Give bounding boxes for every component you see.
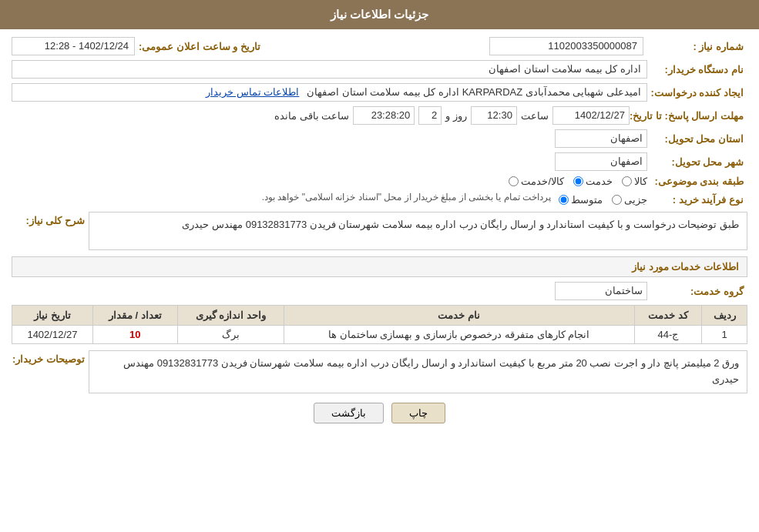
btn-back[interactable]: بازگشت (314, 403, 384, 423)
row-faravanad: نوع فرآیند خرید : جزیی متوسط پرداخت تمام… (12, 192, 747, 207)
radio-khedmat-input[interactable] (573, 176, 583, 186)
ostan-label: استان محل تحویل: (647, 133, 747, 145)
khadamat-section-title: اطلاعات خدمات مورد نیاز (12, 256, 747, 277)
row-shahr: شهر محل تحویل: اصفهان (12, 152, 747, 171)
radio-jozi-input[interactable] (612, 195, 622, 205)
cell-tarikh: 1402/12/27 (12, 326, 93, 344)
table-row: 1ج-44انجام کارهای متفرقه درخصوص بازسازی … (12, 326, 747, 344)
row-ostan: استان محل تحویل: اصفهان (12, 129, 747, 148)
radio-motavasset-label: متوسط (571, 194, 603, 206)
dastgah-label: نام دستگاه خریدار: (647, 64, 747, 75)
col-tarikh: تاریخ نیاز (12, 306, 93, 326)
radio-khedmat-label: خدمت (586, 176, 613, 187)
ijad-label: ایجاد کننده درخواست: (647, 87, 747, 99)
row-tabaqe: طبقه بندی موضوعی: کالا خدمت کالا/خدمت (12, 176, 747, 187)
tarikh-elan-group: تاریخ و ساعت اعلان عمومی: 1402/12/24 - 1… (12, 37, 264, 55)
tosihiyat-section: ورق 2 میلیمتر پانچ دار و اجرت نصب 20 متر… (12, 350, 747, 393)
shahr-label: شهر محل تحویل: (647, 156, 747, 168)
faravanad-note: پرداخت تمام یا بخشی از مبلغ خریدار از مح… (262, 192, 551, 202)
tabaqe-label: طبقه بندی موضوعی: (647, 176, 747, 187)
col-tedad: تعداد / مقدار (92, 306, 177, 326)
radio-jozi-label: جزیی (624, 194, 647, 206)
tabaqe-radios: کالا خدمت کالا/خدمت (509, 176, 647, 187)
radio-kala[interactable]: کالا (622, 176, 647, 187)
page-title: جزئیات اطلاعات نیاز (331, 8, 428, 21)
col-radif: ردیف (702, 306, 747, 326)
time-label: ساعت (521, 110, 549, 122)
tarikh-elan-label: تاریخ و ساعت اعلان عمومی: (139, 41, 264, 52)
group-value: ساختمان (555, 282, 647, 300)
mohlat-days: 2 (418, 106, 442, 125)
mohlat-label: مهلت ارسال پاسخ: تا تاریخ: (630, 110, 747, 122)
dastgah-value: اداره کل بیمه سلامت استان اصفهان (12, 60, 647, 79)
cell-tedad: 10 (92, 326, 177, 344)
sharh-label: شرح کلی نیاز: (12, 212, 89, 226)
mohlat-date: 1402/12/27 (552, 106, 630, 125)
col-name: نام خدمت (284, 306, 634, 326)
shmare-group: شماره نیاز : 1102003350000087 (489, 37, 747, 55)
shmare-niaz-label: شماره نیاز : (647, 41, 747, 52)
row-mohlat: مهلت ارسال پاسخ: تا تاریخ: 1402/12/27 سا… (12, 106, 747, 125)
col-vahed: واحد اندازه گیری (177, 306, 284, 326)
tarikh-elan-value: 1402/12/24 - 12:28 (12, 37, 135, 55)
row-dastgah: نام دستگاه خریدار: اداره کل بیمه سلامت ا… (12, 60, 747, 79)
col-kod: کد خدمت (634, 306, 702, 326)
btn-print[interactable]: چاپ (391, 403, 445, 423)
page-header: جزئیات اطلاعات نیاز (0, 0, 759, 29)
tosihiyat-label: توصیحات خریدار: (12, 350, 89, 365)
row-ijad: ایجاد کننده درخواست: امیدعلی شهبایی محمد… (12, 83, 747, 102)
faravanad-group: جزیی متوسط پرداخت تمام یا بخشی از مبلغ خ… (12, 192, 647, 207)
ijad-text: امیدعلی شهبایی محمدآبادی KARPARDAZ اداره… (307, 86, 641, 98)
remaining-label: ساعت باقی مانده (274, 110, 349, 122)
radio-kala-input[interactable] (622, 176, 632, 186)
radio-motavasset[interactable]: متوسط (559, 194, 603, 206)
tosihiyat-value: ورق 2 میلیمتر پانچ دار و اجرت نصب 20 متر… (89, 350, 747, 393)
services-table: ردیف کد خدمت نام خدمت واحد اندازه گیری ت… (12, 305, 747, 344)
mohlat-fields: 1402/12/27 ساعت 12:30 روز و 2 23:28:20 س… (274, 106, 630, 125)
faravanad-radios: جزیی متوسط (559, 194, 647, 206)
cell-vahed: برگ (177, 326, 284, 344)
row-group: گروه خدمت: ساختمان (12, 282, 747, 300)
page-container: جزئیات اطلاعات نیاز شماره نیاز : 1102003… (0, 0, 759, 532)
sharh-section: طبق توضیحات درخواست و با کیفیت استاندارد… (12, 212, 747, 250)
ijad-value: امیدعلی شهبایی محمدآبادی KARPARDAZ اداره… (12, 83, 647, 102)
ijad-link[interactable]: اطلاعات تماس خریدار (206, 86, 299, 98)
day-label: روز و (445, 110, 467, 122)
shahr-value: اصفهان (555, 152, 647, 171)
ostan-value: اصفهان (555, 129, 647, 148)
radio-kala-khedmat-label: کالا/خدمت (521, 176, 564, 187)
radio-motavasset-input[interactable] (559, 195, 569, 205)
table-header-row: ردیف کد خدمت نام خدمت واحد اندازه گیری ت… (12, 306, 747, 326)
mohlat-remaining: 23:28:20 (353, 106, 415, 125)
radio-kala-label: کالا (634, 176, 647, 187)
button-row: چاپ بازگشت (12, 403, 747, 423)
radio-kala-khedmat[interactable]: کالا/خدمت (509, 176, 564, 187)
faravanad-label: نوع فرآیند خرید : (647, 194, 747, 206)
sharh-value: طبق توضیحات درخواست و با کیفیت استاندارد… (89, 212, 747, 250)
cell-name: انجام کارهای متفرقه درخصوص بازسازی و بهس… (284, 326, 634, 344)
cell-kod: ج-44 (634, 326, 702, 344)
radio-kala-khedmat-input[interactable] (509, 176, 519, 186)
mohlat-time: 12:30 (471, 106, 517, 125)
row-shmare-tarikh: شماره نیاز : 1102003350000087 تاریخ و سا… (12, 37, 747, 55)
cell-radif: 1 (702, 326, 747, 344)
radio-jozi[interactable]: جزیی (612, 194, 647, 206)
group-label: گروه خدمت: (647, 286, 747, 297)
main-content: شماره نیاز : 1102003350000087 تاریخ و سا… (0, 29, 759, 439)
radio-khedmat[interactable]: خدمت (573, 176, 613, 187)
shmare-niaz-value: 1102003350000087 (489, 37, 643, 55)
